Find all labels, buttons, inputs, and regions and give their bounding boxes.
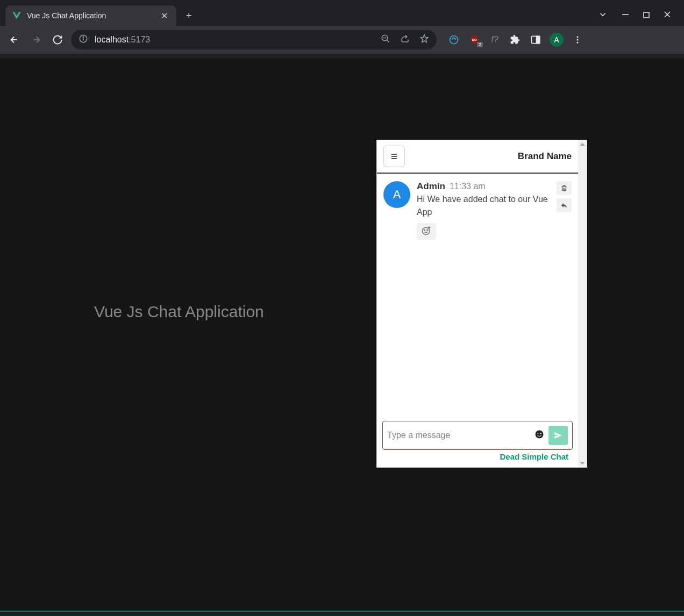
close-window-icon[interactable]: [664, 11, 671, 20]
scroll-up-arrow-icon[interactable]: [580, 143, 585, 146]
bookmark-icon[interactable]: [419, 34, 429, 46]
send-button[interactable]: [548, 426, 568, 445]
add-reaction-button[interactable]: [417, 223, 436, 240]
emoji-picker-button[interactable]: [535, 429, 544, 442]
trash-icon: [560, 184, 568, 192]
browser-chrome: Vue Js Chat Application ✕ + localhost:51…: [0, 0, 684, 58]
svg-point-22: [424, 230, 425, 231]
maximize-icon[interactable]: [643, 11, 650, 20]
chat-brand-name: Brand Name: [518, 151, 572, 162]
hamburger-icon: [390, 152, 398, 161]
svg-point-10: [450, 36, 458, 44]
scrollbar[interactable]: [578, 140, 587, 467]
ublock-icon[interactable]: uo2: [468, 33, 481, 46]
reload-button[interactable]: [49, 34, 66, 45]
browser-tab[interactable]: Vue Js Chat Application ✕: [5, 5, 176, 26]
site-info-icon[interactable]: [79, 34, 88, 46]
send-icon: [553, 431, 563, 440]
forward-button[interactable]: [28, 34, 44, 46]
url-text: localhost:5173: [95, 35, 150, 45]
browser-toolbar: localhost:5173 uo2 f? A: [0, 26, 684, 54]
message-text: Hi We have added chat to our Vue App: [417, 193, 550, 219]
svg-point-23: [427, 230, 428, 231]
extensions-area: uo2 f? A: [447, 33, 584, 47]
message-content: Admin 11:33 am Hi We have added chat to …: [417, 181, 550, 240]
chevron-down-icon[interactable]: [598, 10, 608, 22]
chat-footer-link-row: Dead Simple Chat: [382, 450, 573, 465]
svg-rect-1: [644, 12, 649, 18]
tab-title: Vue Js Chat Application: [27, 11, 159, 20]
reply-message-button[interactable]: [557, 198, 572, 212]
page-viewport: Vue Js Chat Application Brand Name A Adm…: [0, 58, 684, 612]
new-tab-button[interactable]: +: [186, 10, 192, 22]
svg-point-28: [536, 430, 544, 438]
reply-icon: [560, 202, 568, 209]
smile-plus-icon: [421, 225, 432, 236]
message-input-row: [382, 421, 573, 450]
address-bar[interactable]: localhost:5173: [71, 30, 437, 49]
back-button[interactable]: [6, 34, 23, 46]
svg-point-16: [577, 39, 579, 41]
titlebar: Vue Js Chat Application ✕ +: [0, 0, 684, 26]
chat-footer: Dead Simple Chat: [377, 417, 578, 467]
svg-point-17: [577, 42, 579, 44]
message-actions: [557, 181, 572, 240]
svg-point-21: [423, 227, 430, 234]
svg-rect-14: [537, 36, 540, 43]
svg-line-8: [387, 40, 389, 42]
svg-point-29: [537, 433, 538, 434]
svg-point-6: [83, 37, 84, 38]
profile-avatar[interactable]: A: [550, 33, 564, 47]
address-bar-actions: [381, 34, 429, 46]
message-avatar: A: [383, 181, 410, 208]
extensions-puzzle-icon[interactable]: [509, 33, 522, 46]
emoji-icon: [535, 429, 544, 439]
share-icon[interactable]: [400, 34, 410, 46]
menu-button[interactable]: [383, 146, 405, 167]
menu-kebab-icon[interactable]: [571, 33, 584, 46]
scroll-down-arrow-icon[interactable]: [580, 462, 585, 464]
svg-text:uo: uo: [472, 37, 477, 42]
message-time: 11:33 am: [450, 182, 486, 191]
extension-icon-1[interactable]: [447, 33, 460, 46]
message-sender: Admin: [417, 181, 445, 192]
chat-widget: Brand Name A Admin 11:33 am Hi We have a…: [376, 140, 587, 468]
zoom-icon[interactable]: [381, 34, 390, 46]
ext-badge: 2: [477, 42, 483, 47]
svg-point-15: [577, 36, 579, 38]
extension-icon-3[interactable]: f?: [488, 33, 501, 46]
footer-brand-link[interactable]: Dead Simple Chat: [500, 452, 568, 461]
vue-logo-icon: [12, 11, 22, 20]
window-controls: [598, 10, 684, 22]
sidepanel-icon[interactable]: [529, 33, 542, 46]
chat-message: A Admin 11:33 am Hi We have added chat t…: [383, 181, 572, 240]
chat-header: Brand Name: [377, 140, 578, 174]
svg-point-30: [540, 433, 542, 434]
page-title: Vue Js Chat Application: [94, 303, 264, 321]
close-tab-icon[interactable]: ✕: [159, 10, 170, 22]
minimize-icon[interactable]: [622, 11, 629, 20]
chat-messages-area: A Admin 11:33 am Hi We have added chat t…: [377, 174, 578, 417]
delete-message-button[interactable]: [557, 181, 572, 195]
message-input[interactable]: [387, 431, 530, 440]
